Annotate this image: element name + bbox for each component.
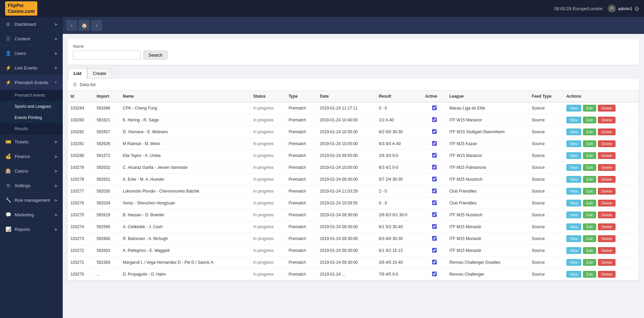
edit-button[interactable]: Edit	[583, 176, 596, 183]
search-button[interactable]: Search	[143, 51, 168, 60]
sidebar-item-users[interactable]: 👤 Users ▶	[0, 46, 63, 61]
edit-button[interactable]: Edit	[583, 128, 596, 135]
edit-button[interactable]: Edit	[583, 247, 596, 254]
view-button[interactable]: View	[566, 223, 581, 230]
edit-button[interactable]: Edit	[583, 223, 596, 230]
view-button[interactable]: View	[566, 176, 581, 183]
prematch-icon: ⚡	[5, 79, 11, 85]
cell-result: 7/6 4/5 0-0	[376, 269, 422, 280]
view-button[interactable]: View	[566, 212, 581, 218]
delete-button[interactable]: Delete	[598, 128, 616, 135]
cell-feed-type: Source	[529, 185, 564, 197]
sidebar-item-dashboard[interactable]: ⊞ Dashboard ▶	[0, 17, 63, 32]
sidebar-sub-results[interactable]: Results	[0, 123, 63, 135]
delete-button[interactable]: Delete	[598, 271, 616, 278]
sidebar-item-settings[interactable]: ⚙ Settings ▶	[0, 178, 63, 193]
view-button[interactable]: View	[566, 164, 581, 171]
cell-active	[422, 174, 447, 185]
sidebar-item-finance[interactable]: 💰 Finance ▶	[0, 149, 63, 164]
edit-button[interactable]: Edit	[583, 271, 596, 278]
active-checkbox[interactable]	[432, 153, 437, 158]
edit-button[interactable]: Edit	[583, 188, 596, 195]
sidebar-sub-sports-leagues[interactable]: Sports and Leagues	[0, 101, 63, 112]
sidebar-sub-events-printing[interactable]: Events Printing	[0, 112, 63, 123]
cell-league: ITF M15 Monastir	[447, 233, 529, 245]
active-checkbox[interactable]	[432, 248, 437, 253]
delete-button[interactable]: Delete	[598, 117, 616, 123]
edit-button[interactable]: Edit	[583, 164, 596, 171]
cell-id: 103284	[68, 102, 94, 114]
sidebar-item-reports[interactable]: 📊 Reports ▶	[0, 222, 63, 237]
cell-actions: View Edit Delete	[564, 245, 639, 257]
view-button[interactable]: View	[566, 247, 581, 254]
delete-button[interactable]: Delete	[598, 140, 616, 147]
view-button[interactable]: View	[566, 140, 581, 147]
cell-league: ITF M25 Nussloch	[447, 209, 529, 221]
delete-button[interactable]: Delete	[598, 200, 616, 206]
sidebar-item-live-events[interactable]: ⚡ Live Events ▶	[0, 61, 63, 75]
edit-button[interactable]: Edit	[583, 152, 596, 159]
active-checkbox[interactable]	[432, 141, 437, 146]
active-checkbox[interactable]	[432, 272, 437, 276]
view-button[interactable]: View	[566, 152, 581, 159]
sidebar-item-tickets[interactable]: 🎫 Tickets ▶	[0, 135, 63, 149]
active-checkbox[interactable]	[432, 117, 437, 122]
cell-active	[422, 245, 447, 257]
forward-button[interactable]: ›	[91, 20, 102, 31]
cell-active	[422, 257, 447, 269]
delete-button[interactable]: Delete	[598, 212, 616, 218]
view-button[interactable]: View	[566, 105, 581, 112]
home-button[interactable]: 🏠	[79, 20, 90, 31]
cell-id: 103280	[68, 150, 94, 162]
tab-create[interactable]: Create	[87, 68, 112, 79]
tab-list[interactable]: List	[68, 68, 87, 79]
view-button[interactable]: View	[566, 188, 581, 195]
delete-button[interactable]: Delete	[598, 164, 616, 171]
view-button[interactable]: View	[566, 128, 581, 135]
edit-button[interactable]: Edit	[583, 140, 596, 147]
col-import: Import	[94, 91, 120, 102]
delete-button[interactable]: Delete	[598, 247, 616, 254]
search-input[interactable]	[73, 51, 141, 60]
edit-button[interactable]: Edit	[583, 212, 596, 218]
active-checkbox[interactable]	[432, 165, 437, 170]
edit-button[interactable]: Edit	[583, 235, 596, 242]
edit-button[interactable]: Edit	[583, 200, 596, 206]
back-button[interactable]: ‹	[66, 20, 77, 31]
active-checkbox[interactable]	[432, 260, 437, 264]
delete-button[interactable]: Delete	[598, 176, 616, 183]
active-checkbox[interactable]	[432, 105, 437, 110]
sidebar-item-casino[interactable]: 🎰 Casino ▶	[0, 164, 63, 178]
active-checkbox[interactable]	[432, 188, 437, 193]
view-button[interactable]: View	[566, 271, 581, 278]
sidebar-sub-prematch-events[interactable]: Prematch events	[0, 90, 63, 101]
sidebar-item-prematch-events[interactable]: ⚡ Prematch Events ▼	[0, 75, 63, 90]
active-checkbox[interactable]	[432, 200, 437, 205]
active-checkbox[interactable]	[432, 224, 437, 229]
active-checkbox[interactable]	[432, 236, 437, 241]
sidebar-item-risk[interactable]: 🔧 Risk management ▶	[0, 193, 63, 207]
view-button[interactable]: View	[566, 117, 581, 123]
sidebar-item-marketing[interactable]: 💬 Marketing ▶	[0, 207, 63, 222]
view-button[interactable]: View	[566, 259, 581, 266]
edit-button[interactable]: Edit	[583, 105, 596, 112]
topbar-user[interactable]: admin1 ⏻	[608, 4, 639, 13]
delete-button[interactable]: Delete	[598, 259, 616, 266]
sidebar-item-content[interactable]: ☰ Content ▶	[0, 32, 63, 46]
active-checkbox[interactable]	[432, 129, 437, 134]
cell-league: ITF W15 Manacor	[447, 150, 529, 162]
delete-button[interactable]: Delete	[598, 152, 616, 159]
cell-name: R. Balzerani - A. Mchugh	[120, 233, 251, 245]
delete-button[interactable]: Delete	[598, 188, 616, 195]
active-checkbox[interactable]	[432, 177, 437, 181]
logout-icon[interactable]: ⏻	[635, 6, 639, 11]
cell-name: A. Pellegrino - E. Maggioli	[120, 245, 251, 257]
edit-button[interactable]: Edit	[583, 117, 596, 123]
edit-button[interactable]: Edit	[583, 259, 596, 266]
delete-button[interactable]: Delete	[598, 235, 616, 242]
view-button[interactable]: View	[566, 200, 581, 206]
delete-button[interactable]: Delete	[598, 223, 616, 230]
active-checkbox[interactable]	[432, 212, 437, 217]
delete-button[interactable]: Delete	[598, 105, 616, 112]
view-button[interactable]: View	[566, 235, 581, 242]
